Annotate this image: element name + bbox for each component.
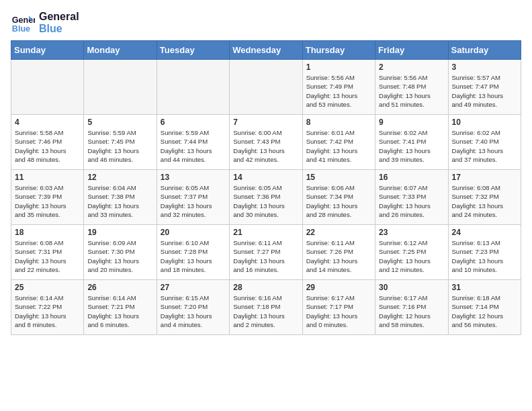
day-info: Sunrise: 6:18 AM Sunset: 7:14 PM Dayligh… [452,293,517,329]
day-info: Sunrise: 6:08 AM Sunset: 7:31 PM Dayligh… [15,238,80,274]
calendar-cell: 24Sunrise: 6:13 AM Sunset: 7:23 PM Dayli… [448,225,521,280]
day-number: 5 [87,118,152,127]
day-number: 30 [379,283,444,292]
calendar-cell [157,60,229,115]
logo-blue: Blue [39,23,79,35]
day-number: 16 [379,173,444,182]
day-info: Sunrise: 5:57 AM Sunset: 7:47 PM Dayligh… [452,73,517,109]
calendar-cell [11,60,84,115]
day-number: 10 [452,118,517,127]
day-number: 20 [161,228,226,237]
day-info: Sunrise: 6:17 AM Sunset: 7:16 PM Dayligh… [379,293,444,329]
calendar-cell: 11Sunrise: 6:03 AM Sunset: 7:39 PM Dayli… [11,170,84,225]
calendar-cell: 10Sunrise: 6:02 AM Sunset: 7:40 PM Dayli… [448,115,521,170]
day-number: 2 [379,62,444,72]
day-number: 27 [161,283,226,292]
day-number: 31 [452,283,517,292]
calendar-cell: 26Sunrise: 6:14 AM Sunset: 7:21 PM Dayli… [84,280,157,335]
calendar-cell: 5Sunrise: 5:59 AM Sunset: 7:45 PM Daylig… [84,115,157,170]
calendar-week-5: 25Sunrise: 6:14 AM Sunset: 7:22 PM Dayli… [11,280,521,335]
calendar-cell: 16Sunrise: 6:07 AM Sunset: 7:33 PM Dayli… [375,170,448,225]
calendar-cell: 17Sunrise: 6:08 AM Sunset: 7:32 PM Dayli… [448,170,521,225]
day-info: Sunrise: 6:17 AM Sunset: 7:17 PM Dayligh… [306,293,371,329]
calendar-cell: 28Sunrise: 6:16 AM Sunset: 7:18 PM Dayli… [230,280,302,335]
day-info: Sunrise: 6:11 AM Sunset: 7:27 PM Dayligh… [233,238,298,274]
calendar-cell: 15Sunrise: 6:06 AM Sunset: 7:34 PM Dayli… [302,170,375,225]
day-info: Sunrise: 5:59 AM Sunset: 7:44 PM Dayligh… [161,128,226,164]
day-number: 23 [379,228,444,237]
day-number: 12 [87,173,152,182]
weekday-header-saturday: Saturday [448,41,521,60]
day-number: 11 [15,173,80,182]
day-info: Sunrise: 6:10 AM Sunset: 7:28 PM Dayligh… [161,238,226,274]
calendar-cell: 29Sunrise: 6:17 AM Sunset: 7:17 PM Dayli… [302,280,375,335]
calendar-cell: 8Sunrise: 6:01 AM Sunset: 7:42 PM Daylig… [302,115,375,170]
calendar-cell: 30Sunrise: 6:17 AM Sunset: 7:16 PM Dayli… [375,280,448,335]
day-number: 6 [161,118,226,127]
calendar-cell: 12Sunrise: 6:04 AM Sunset: 7:38 PM Dayli… [84,170,157,225]
day-number: 29 [306,283,371,292]
day-number: 21 [233,228,298,237]
day-number: 4 [15,118,80,127]
day-info: Sunrise: 6:03 AM Sunset: 7:39 PM Dayligh… [15,183,80,219]
calendar-cell: 7Sunrise: 6:00 AM Sunset: 7:43 PM Daylig… [230,115,302,170]
calendar-cell: 14Sunrise: 6:05 AM Sunset: 7:36 PM Dayli… [230,170,302,225]
day-number: 1 [306,62,371,72]
day-info: Sunrise: 6:11 AM Sunset: 7:26 PM Dayligh… [306,238,371,274]
calendar-cell: 20Sunrise: 6:10 AM Sunset: 7:28 PM Dayli… [157,225,229,280]
day-info: Sunrise: 6:01 AM Sunset: 7:42 PM Dayligh… [306,128,371,164]
day-info: Sunrise: 6:02 AM Sunset: 7:40 PM Dayligh… [452,128,517,164]
calendar-week-1: 1Sunrise: 5:56 AM Sunset: 7:49 PM Daylig… [11,60,521,115]
day-info: Sunrise: 6:08 AM Sunset: 7:32 PM Dayligh… [452,183,517,219]
day-info: Sunrise: 6:12 AM Sunset: 7:25 PM Dayligh… [379,238,444,274]
day-number: 18 [15,228,80,237]
header: General Blue General Blue [11,11,521,35]
calendar-cell [84,60,157,115]
weekday-header-friday: Friday [375,41,448,60]
day-number: 19 [87,228,152,237]
calendar-cell: 6Sunrise: 5:59 AM Sunset: 7:44 PM Daylig… [157,115,229,170]
calendar-week-3: 11Sunrise: 6:03 AM Sunset: 7:39 PM Dayli… [11,170,521,225]
weekday-header-sunday: Sunday [11,41,84,60]
day-number: 14 [233,173,298,182]
calendar-cell: 22Sunrise: 6:11 AM Sunset: 7:26 PM Dayli… [302,225,375,280]
day-number: 7 [233,118,298,127]
calendar-cell: 23Sunrise: 6:12 AM Sunset: 7:25 PM Dayli… [375,225,448,280]
weekday-header-monday: Monday [84,41,157,60]
day-info: Sunrise: 6:14 AM Sunset: 7:22 PM Dayligh… [15,293,80,329]
day-info: Sunrise: 5:56 AM Sunset: 7:48 PM Dayligh… [379,73,444,109]
calendar-cell: 3Sunrise: 5:57 AM Sunset: 7:47 PM Daylig… [448,60,521,115]
logo-general: General [39,11,79,23]
day-number: 25 [15,283,80,292]
day-info: Sunrise: 6:09 AM Sunset: 7:30 PM Dayligh… [87,238,152,274]
calendar-table: SundayMondayTuesdayWednesdayThursdayFrid… [11,40,521,335]
calendar-cell: 27Sunrise: 6:15 AM Sunset: 7:20 PM Dayli… [157,280,229,335]
calendar-cell: 9Sunrise: 6:02 AM Sunset: 7:41 PM Daylig… [375,115,448,170]
weekday-header-thursday: Thursday [302,41,375,60]
calendar-cell: 13Sunrise: 6:05 AM Sunset: 7:37 PM Dayli… [157,170,229,225]
weekday-header-wednesday: Wednesday [230,41,302,60]
svg-text:Blue: Blue [12,24,30,34]
day-number: 22 [306,228,371,237]
day-number: 15 [306,173,371,182]
day-info: Sunrise: 5:58 AM Sunset: 7:46 PM Dayligh… [15,128,80,164]
calendar-cell: 19Sunrise: 6:09 AM Sunset: 7:30 PM Dayli… [84,225,157,280]
day-info: Sunrise: 6:05 AM Sunset: 7:37 PM Dayligh… [161,183,226,219]
day-info: Sunrise: 6:16 AM Sunset: 7:18 PM Dayligh… [233,293,298,329]
calendar-cell: 2Sunrise: 5:56 AM Sunset: 7:48 PM Daylig… [375,60,448,115]
day-number: 24 [452,228,517,237]
calendar-cell: 31Sunrise: 6:18 AM Sunset: 7:14 PM Dayli… [448,280,521,335]
day-info: Sunrise: 6:06 AM Sunset: 7:34 PM Dayligh… [306,183,371,219]
calendar-cell: 1Sunrise: 5:56 AM Sunset: 7:49 PM Daylig… [302,60,375,115]
day-info: Sunrise: 6:14 AM Sunset: 7:21 PM Dayligh… [87,293,152,329]
calendar-cell: 18Sunrise: 6:08 AM Sunset: 7:31 PM Dayli… [11,225,84,280]
day-number: 9 [379,118,444,127]
day-info: Sunrise: 6:13 AM Sunset: 7:23 PM Dayligh… [452,238,517,274]
calendar-week-4: 18Sunrise: 6:08 AM Sunset: 7:31 PM Dayli… [11,225,521,280]
day-info: Sunrise: 6:05 AM Sunset: 7:36 PM Dayligh… [233,183,298,219]
day-info: Sunrise: 6:04 AM Sunset: 7:38 PM Dayligh… [87,183,152,219]
day-info: Sunrise: 6:15 AM Sunset: 7:20 PM Dayligh… [161,293,226,329]
calendar-cell: 25Sunrise: 6:14 AM Sunset: 7:22 PM Dayli… [11,280,84,335]
logo: General Blue General Blue [11,11,79,35]
day-info: Sunrise: 6:00 AM Sunset: 7:43 PM Dayligh… [233,128,298,164]
